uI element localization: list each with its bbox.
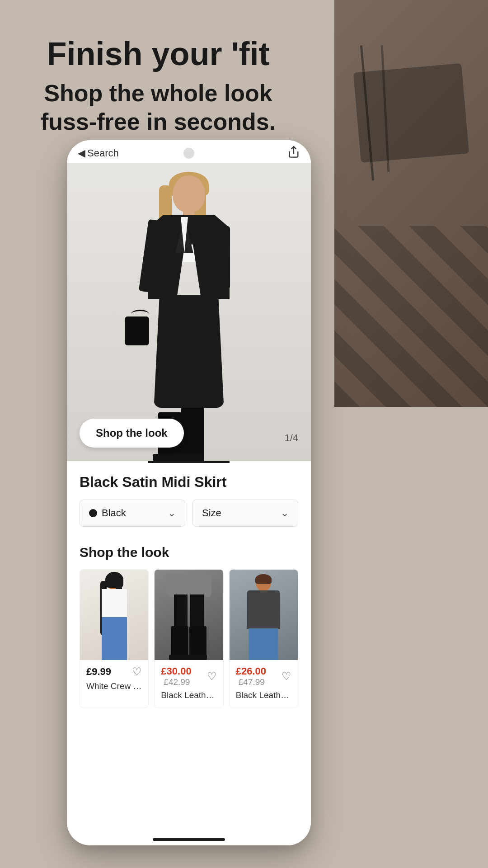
color-dot-icon [89,509,97,517]
bottom-nav [67,823,311,845]
back-label: Search [87,147,119,159]
phone-mockup: ◀ Search [67,140,311,845]
hero-section: Finish your 'fit Shop the whole look fus… [0,27,316,145]
card-figure-3 [239,574,288,660]
section-title: Shop the look [80,545,298,560]
product-info: Black Satin Midi Skirt Black ⌄ Size ⌄ [67,463,311,545]
hero-subtitle: Shop the whole look fuss-free in seconds… [27,79,289,136]
card-name-2: Black Leather-Look... [161,690,216,701]
product-card-2[interactable]: £30.00 £42.99 ♡ Black Leather-Look... [154,569,223,708]
card-name-1: White Crew Neck Lo... [86,681,142,692]
card-price-sale-2: £30.00 [161,665,191,677]
card-image-2 [155,570,223,660]
card-price-sale-3: £26.00 [236,665,266,677]
card-price-sale-area-3: £26.00 £47.99 [236,665,282,687]
card-price-sale-area-2: £30.00 £42.99 [161,665,206,687]
size-chevron-icon: ⌄ [281,507,289,519]
card-image-1 [80,570,148,660]
color-label: Black [102,507,126,519]
share-icon [287,146,300,158]
model-figure [121,172,257,461]
wishlist-icon-2[interactable]: ♡ [207,670,217,683]
hero-title: Finish your 'fit [27,36,289,72]
back-chevron-icon: ◀ [78,147,85,159]
card-bottom-2: £30.00 £42.99 ♡ Black Leather-Look... [155,660,223,708]
product-image-area: Shop the look 1/4 [67,163,311,461]
card-price-row-1: £9.99 ♡ [86,665,142,678]
card-price-original-3: £47.99 [239,677,265,687]
share-button[interactable] [287,146,300,161]
card-name-3: Black Leather-Look... [236,690,291,701]
color-chevron-icon: ⌄ [168,507,176,519]
camera-notch [183,148,194,159]
card-price-1: £9.99 [86,666,111,678]
color-selector-left: Black [89,507,126,519]
card-bottom-3: £26.00 £47.99 ♡ Black Leather-Look... [230,660,298,708]
product-card-3[interactable]: £26.00 £47.99 ♡ Black Leather-Look... [229,569,298,708]
size-label: Size [202,507,221,519]
card-figure-1 [92,572,137,660]
size-selector[interactable]: Size ⌄ [192,500,298,527]
image-counter: 1/4 [284,432,298,444]
product-cards-row: £9.99 ♡ White Crew Neck Lo... [80,569,298,708]
background-model-right [334,0,488,407]
phone-topbar: ◀ Search [67,140,311,163]
product-card-1[interactable]: £9.99 ♡ White Crew Neck Lo... [80,569,149,708]
shop-look-section: Shop the look [67,545,311,717]
card-figure-2 [164,574,214,660]
selectors-row: Black ⌄ Size ⌄ [80,500,298,527]
wishlist-icon-1[interactable]: ♡ [132,665,142,678]
shop-look-overlay-button[interactable]: Shop the look [80,419,184,448]
card-price-original-2: £42.99 [164,677,190,687]
color-selector[interactable]: Black ⌄ [80,500,185,527]
card-price-row-3: £26.00 £47.99 ♡ [236,665,291,687]
home-indicator [153,838,225,841]
product-title: Black Satin Midi Skirt [80,474,298,491]
card-image-3 [230,570,298,660]
card-price-row-2: £30.00 £42.99 ♡ [161,665,216,687]
wishlist-icon-3[interactable]: ♡ [282,670,291,683]
card-bottom-1: £9.99 ♡ White Crew Neck Lo... [80,660,148,698]
size-selector-left: Size [202,507,221,519]
back-button[interactable]: ◀ Search [78,147,119,159]
